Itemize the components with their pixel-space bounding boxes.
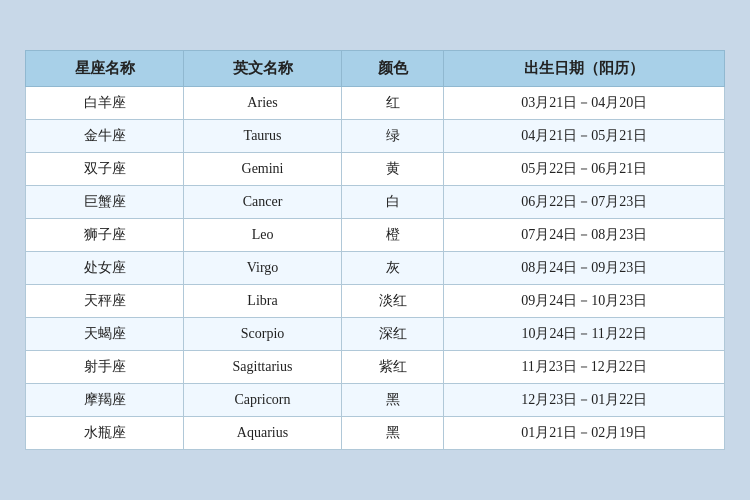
table-row: 摩羯座Capricorn黑12月23日－01月22日 [26, 384, 725, 417]
header-english-name: 英文名称 [184, 51, 342, 87]
cell-english-name: Scorpio [184, 318, 342, 351]
cell-chinese-name: 狮子座 [26, 219, 184, 252]
cell-chinese-name: 巨蟹座 [26, 186, 184, 219]
cell-chinese-name: 水瓶座 [26, 417, 184, 450]
cell-dates: 04月21日－05月21日 [444, 120, 725, 153]
cell-english-name: Gemini [184, 153, 342, 186]
table-row: 处女座Virgo灰08月24日－09月23日 [26, 252, 725, 285]
zodiac-table: 星座名称 英文名称 颜色 出生日期（阳历） 白羊座Aries红03月21日－04… [25, 50, 725, 450]
table-row: 巨蟹座Cancer白06月22日－07月23日 [26, 186, 725, 219]
cell-dates: 10月24日－11月22日 [444, 318, 725, 351]
cell-chinese-name: 天蝎座 [26, 318, 184, 351]
cell-dates: 06月22日－07月23日 [444, 186, 725, 219]
cell-color: 绿 [342, 120, 444, 153]
cell-english-name: Aries [184, 87, 342, 120]
cell-chinese-name: 双子座 [26, 153, 184, 186]
cell-color: 橙 [342, 219, 444, 252]
table-header-row: 星座名称 英文名称 颜色 出生日期（阳历） [26, 51, 725, 87]
header-chinese-name: 星座名称 [26, 51, 184, 87]
cell-chinese-name: 处女座 [26, 252, 184, 285]
cell-dates: 08月24日－09月23日 [444, 252, 725, 285]
table-body: 白羊座Aries红03月21日－04月20日金牛座Taurus绿04月21日－0… [26, 87, 725, 450]
cell-color: 淡红 [342, 285, 444, 318]
header-dates: 出生日期（阳历） [444, 51, 725, 87]
cell-dates: 05月22日－06月21日 [444, 153, 725, 186]
cell-english-name: Taurus [184, 120, 342, 153]
zodiac-table-container: 星座名称 英文名称 颜色 出生日期（阳历） 白羊座Aries红03月21日－04… [15, 40, 735, 460]
cell-color: 深红 [342, 318, 444, 351]
table-row: 射手座Sagittarius紫红11月23日－12月22日 [26, 351, 725, 384]
cell-chinese-name: 摩羯座 [26, 384, 184, 417]
cell-color: 灰 [342, 252, 444, 285]
table-row: 天秤座Libra淡红09月24日－10月23日 [26, 285, 725, 318]
cell-english-name: Leo [184, 219, 342, 252]
cell-dates: 01月21日－02月19日 [444, 417, 725, 450]
table-row: 双子座Gemini黄05月22日－06月21日 [26, 153, 725, 186]
cell-english-name: Sagittarius [184, 351, 342, 384]
header-color: 颜色 [342, 51, 444, 87]
cell-color: 白 [342, 186, 444, 219]
cell-english-name: Cancer [184, 186, 342, 219]
cell-chinese-name: 天秤座 [26, 285, 184, 318]
cell-color: 红 [342, 87, 444, 120]
cell-english-name: Aquarius [184, 417, 342, 450]
cell-dates: 09月24日－10月23日 [444, 285, 725, 318]
cell-english-name: Virgo [184, 252, 342, 285]
cell-dates: 11月23日－12月22日 [444, 351, 725, 384]
cell-color: 黄 [342, 153, 444, 186]
cell-dates: 07月24日－08月23日 [444, 219, 725, 252]
cell-chinese-name: 射手座 [26, 351, 184, 384]
cell-english-name: Capricorn [184, 384, 342, 417]
cell-color: 黑 [342, 384, 444, 417]
cell-chinese-name: 金牛座 [26, 120, 184, 153]
cell-color: 黑 [342, 417, 444, 450]
cell-chinese-name: 白羊座 [26, 87, 184, 120]
cell-dates: 03月21日－04月20日 [444, 87, 725, 120]
table-row: 狮子座Leo橙07月24日－08月23日 [26, 219, 725, 252]
cell-english-name: Libra [184, 285, 342, 318]
cell-dates: 12月23日－01月22日 [444, 384, 725, 417]
table-row: 天蝎座Scorpio深红10月24日－11月22日 [26, 318, 725, 351]
table-row: 水瓶座Aquarius黑01月21日－02月19日 [26, 417, 725, 450]
cell-color: 紫红 [342, 351, 444, 384]
table-row: 金牛座Taurus绿04月21日－05月21日 [26, 120, 725, 153]
table-row: 白羊座Aries红03月21日－04月20日 [26, 87, 725, 120]
